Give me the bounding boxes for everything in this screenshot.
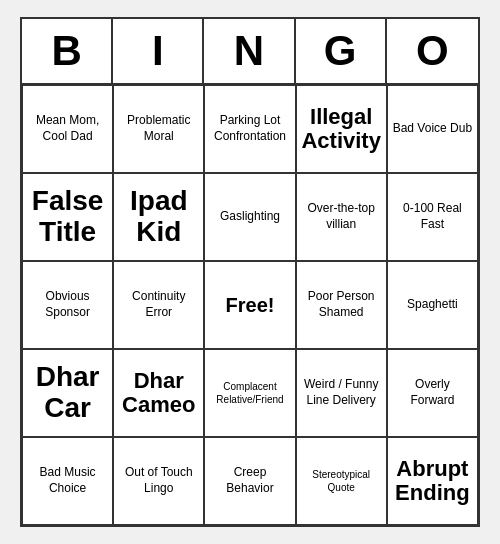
bingo-grid: Mean Mom, Cool DadProblematic MoralParki… <box>22 85 478 525</box>
bingo-cell-16[interactable]: Dhar Cameo <box>113 349 204 437</box>
bingo-cell-5[interactable]: False Title <box>22 173 113 261</box>
bingo-cell-22[interactable]: Creep Behavior <box>204 437 295 525</box>
header-letter-b: B <box>22 19 113 83</box>
bingo-card: BINGO Mean Mom, Cool DadProblematic Mora… <box>20 17 480 527</box>
bingo-cell-6[interactable]: Ipad Kid <box>113 173 204 261</box>
bingo-cell-23[interactable]: Stereotypical Quote <box>296 437 387 525</box>
bingo-cell-21[interactable]: Out of Touch Lingo <box>113 437 204 525</box>
bingo-cell-19[interactable]: Overly Forward <box>387 349 478 437</box>
bingo-cell-13[interactable]: Poor Person Shamed <box>296 261 387 349</box>
bingo-cell-11[interactable]: Continuity Error <box>113 261 204 349</box>
bingo-cell-4[interactable]: Bad Voice Dub <box>387 85 478 173</box>
bingo-cell-0[interactable]: Mean Mom, Cool Dad <box>22 85 113 173</box>
header-letter-g: G <box>296 19 387 83</box>
bingo-cell-14[interactable]: Spaghetti <box>387 261 478 349</box>
bingo-cell-1[interactable]: Problematic Moral <box>113 85 204 173</box>
bingo-cell-24[interactable]: Abrupt Ending <box>387 437 478 525</box>
bingo-header: BINGO <box>22 19 478 85</box>
bingo-cell-3[interactable]: Illegal Activity <box>296 85 387 173</box>
bingo-cell-18[interactable]: Weird / Funny Line Delivery <box>296 349 387 437</box>
header-letter-o: O <box>387 19 478 83</box>
bingo-cell-9[interactable]: 0-100 Real Fast <box>387 173 478 261</box>
bingo-cell-8[interactable]: Over-the-top villian <box>296 173 387 261</box>
bingo-cell-20[interactable]: Bad Music Choice <box>22 437 113 525</box>
bingo-cell-10[interactable]: Obvious Sponsor <box>22 261 113 349</box>
bingo-cell-17[interactable]: Complacent Relative/Friend <box>204 349 295 437</box>
header-letter-i: I <box>113 19 204 83</box>
bingo-cell-2[interactable]: Parking Lot Confrontation <box>204 85 295 173</box>
bingo-cell-12[interactable]: Free! <box>204 261 295 349</box>
bingo-cell-7[interactable]: Gaslighting <box>204 173 295 261</box>
header-letter-n: N <box>204 19 295 83</box>
bingo-cell-15[interactable]: Dhar Car <box>22 349 113 437</box>
